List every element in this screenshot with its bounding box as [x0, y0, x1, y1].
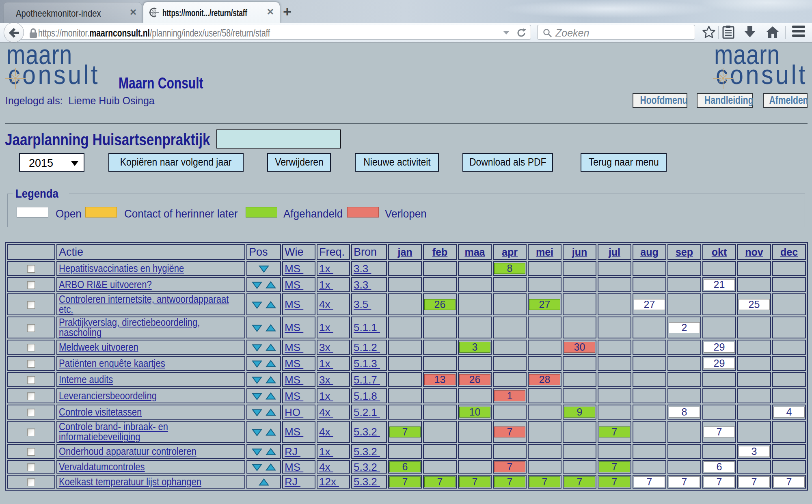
svg-text:consult: consult: [8, 60, 100, 90]
svg-text:consult: consult: [716, 60, 808, 90]
